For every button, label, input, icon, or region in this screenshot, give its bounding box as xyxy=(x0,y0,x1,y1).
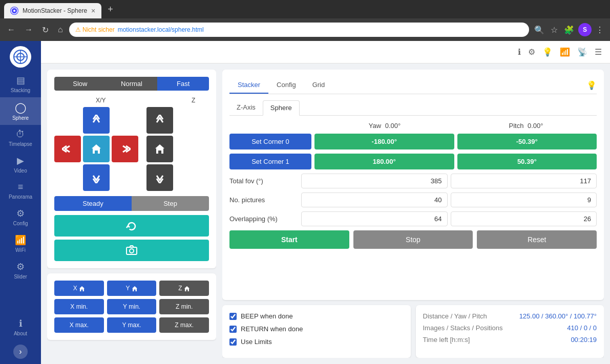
left-button[interactable] xyxy=(54,136,81,162)
return-checkbox[interactable] xyxy=(229,326,237,333)
home-xy-button[interactable] xyxy=(83,136,110,162)
corner-0-yaw: -180.00° xyxy=(314,134,454,149)
forward-button[interactable]: → xyxy=(22,23,36,36)
beep-checkbox[interactable] xyxy=(229,313,237,320)
config-icon: ⚙ xyxy=(16,208,25,219)
time-info-row: Time left [h:m:s] 00:20:19 xyxy=(423,336,597,344)
y-max-button[interactable]: Y max. xyxy=(107,317,157,333)
sub-tab-zaxis[interactable]: Z-Axis xyxy=(229,100,263,115)
x-home-button[interactable]: X xyxy=(54,281,104,296)
z-home-button[interactable]: Z xyxy=(159,281,209,296)
down-button[interactable] xyxy=(83,164,110,191)
sidebar-nav-arrow[interactable]: › xyxy=(0,340,41,364)
user-avatar[interactable]: S xyxy=(578,23,592,36)
extensions-icon-btn[interactable]: 🧩 xyxy=(562,23,576,37)
bookmark-icon-btn[interactable]: ☆ xyxy=(549,23,560,37)
total-fov-pitch-input[interactable] xyxy=(451,174,597,188)
sub-tab-sphere[interactable]: Sphere xyxy=(263,100,300,116)
speed-fast-button[interactable]: Fast xyxy=(157,77,209,91)
return-label: RETURN when done xyxy=(241,325,303,333)
right-button[interactable] xyxy=(112,136,138,162)
tab-stacker[interactable]: Stacker xyxy=(229,77,268,94)
refresh-button[interactable]: ↻ xyxy=(39,23,52,37)
wifi-top-icon[interactable]: 📶 xyxy=(560,47,570,57)
top-bar: ℹ ⚙ 💡 📶 📡 ☰ xyxy=(41,41,610,63)
z-up-button[interactable] xyxy=(146,107,173,134)
total-fov-yaw-input[interactable] xyxy=(301,174,448,188)
up-button[interactable] xyxy=(83,107,110,134)
time-value: 00:20:19 xyxy=(571,336,597,344)
min-row: X min. Y min. Z min. xyxy=(54,299,209,314)
z-max-button[interactable]: Z max. xyxy=(159,317,209,333)
sidebar-label-stacking: Stacking xyxy=(11,88,30,93)
settings-icon[interactable]: ⚙ xyxy=(528,47,535,57)
menu-icon[interactable]: ☰ xyxy=(595,47,602,57)
tab-close-btn[interactable]: × xyxy=(91,7,95,15)
y-min-button[interactable]: Y min. xyxy=(107,299,157,314)
axis-labels: X/Y Z xyxy=(54,97,209,104)
tab-grid[interactable]: Grid xyxy=(304,77,333,94)
sidebar-item-about[interactable]: ℹ About xyxy=(0,314,41,340)
reset-button[interactable]: Reset xyxy=(477,230,597,249)
overlapping-yaw-input[interactable] xyxy=(301,211,448,226)
address-text: motionstacker.local/sphere.html xyxy=(118,26,204,33)
tab-config[interactable]: Config xyxy=(268,77,304,94)
time-label: Time left [h:m:s] xyxy=(423,336,470,344)
yaw-header: Yaw 0.00° xyxy=(314,122,455,130)
camera-icon xyxy=(126,245,137,256)
sidebar-label-panorama: Panorama xyxy=(9,194,32,200)
sidebar-logo-item xyxy=(0,41,41,71)
start-button[interactable]: Start xyxy=(229,230,349,249)
camera-action-button[interactable] xyxy=(54,240,209,261)
z-controls xyxy=(146,107,173,191)
info-icon[interactable]: ℹ xyxy=(518,47,521,57)
signal-icon[interactable]: 📡 xyxy=(577,47,587,57)
sidebar-item-slider[interactable]: ⚙ Slider xyxy=(0,257,41,284)
set-corner-1-button[interactable]: Set Corner 1 xyxy=(229,154,311,169)
header-spacer xyxy=(229,122,314,130)
steady-button[interactable]: Steady xyxy=(54,196,132,211)
z-min-button[interactable]: Z min. xyxy=(159,299,209,314)
browser-tab[interactable]: MotionStacker - Sphere × xyxy=(4,3,101,18)
home-z-button[interactable] xyxy=(146,136,173,162)
speed-slow-button[interactable]: Slow xyxy=(54,77,106,91)
no-pictures-yaw-input[interactable] xyxy=(301,192,448,207)
sidebar-item-timelapse[interactable]: ⏱ Timelapse xyxy=(0,125,41,151)
y-home-button[interactable]: Y xyxy=(107,281,157,296)
sidebar-item-video[interactable]: ▶ Video xyxy=(0,151,41,178)
limits-checkbox[interactable] xyxy=(229,338,237,346)
back-button[interactable]: ← xyxy=(4,23,18,36)
sidebar-item-sphere[interactable]: ◯ Sphere xyxy=(0,97,41,125)
bulb-icon[interactable]: 💡 xyxy=(542,47,553,57)
overlapping-pitch-input[interactable] xyxy=(451,211,597,226)
z-down-button[interactable] xyxy=(146,164,173,191)
home-button[interactable]: ⌂ xyxy=(55,23,66,36)
new-tab-button[interactable]: + xyxy=(103,4,117,15)
control-buttons-row: Start Stop Reset xyxy=(229,230,597,249)
images-value: 410 / 0 / 0 xyxy=(567,324,597,332)
mode-group: Steady Step xyxy=(54,196,209,211)
set-corner-0-button[interactable]: Set Corner 0 xyxy=(229,134,311,149)
sidebar-item-stacking[interactable]: ▤ Stacking xyxy=(0,71,41,97)
tab-title: MotionStacker - Sphere xyxy=(23,7,87,14)
stacking-icon: ▤ xyxy=(16,75,25,86)
sidebar-item-panorama[interactable]: ≡ Panorama xyxy=(0,178,41,204)
search-icon-btn[interactable]: 🔍 xyxy=(532,23,546,37)
help-icon[interactable]: 💡 xyxy=(586,80,597,90)
stop-button[interactable]: Stop xyxy=(353,230,473,249)
corner-0-row: Set Corner 0 -180.00° -50.39° xyxy=(229,134,597,149)
sidebar-item-config[interactable]: ⚙ Config xyxy=(0,204,41,230)
no-pictures-pitch-input[interactable] xyxy=(451,192,597,207)
x-max-button[interactable]: X max. xyxy=(54,317,104,333)
address-bar[interactable]: ⚠ Nicht sicher motionstacker.local/spher… xyxy=(69,23,529,37)
step-button[interactable]: Step xyxy=(132,196,209,211)
total-fov-label: Total fov (°) xyxy=(229,177,301,185)
sub-tab-strip: Z-Axis Sphere xyxy=(229,100,597,116)
sidebar-item-wifi[interactable]: 📶 WiFi xyxy=(0,230,41,257)
svg-marker-7 xyxy=(155,144,164,154)
refresh-action-button[interactable] xyxy=(54,215,209,237)
browser-menu-btn[interactable]: ⋮ xyxy=(594,23,606,37)
speed-normal-button[interactable]: Normal xyxy=(106,77,158,91)
limits-label: Use Limits xyxy=(241,338,272,346)
x-min-button[interactable]: X min. xyxy=(54,299,104,314)
